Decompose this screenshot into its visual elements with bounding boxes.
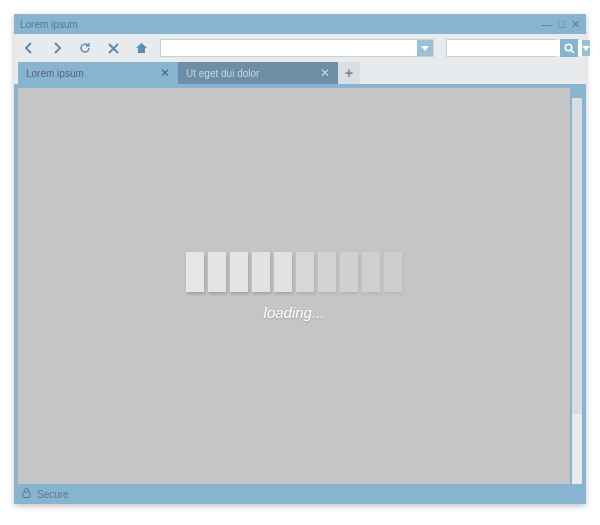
window-controls: — □ ✕ [541, 18, 580, 31]
toolbar [14, 34, 586, 62]
tab-label: Lorem ipsum [26, 68, 84, 79]
search-button[interactable] [560, 39, 578, 57]
close-window-icon[interactable]: ✕ [571, 18, 580, 31]
address-bar [160, 39, 434, 57]
page-viewport: loading... [18, 88, 570, 484]
loader-bar [186, 252, 204, 292]
search-dropdown-icon[interactable] [582, 40, 590, 56]
loader-bar [384, 252, 402, 292]
loading-indicator [186, 252, 402, 292]
scrollbar-thumb[interactable] [572, 414, 582, 484]
status-bar: Secure [14, 484, 586, 504]
loading-text: loading... [264, 304, 325, 321]
scrollbar-up-icon[interactable] [572, 88, 582, 98]
nav-buttons [22, 41, 148, 55]
forward-icon[interactable] [50, 41, 64, 55]
svg-rect-1 [23, 492, 30, 498]
loader-bar [362, 252, 380, 292]
svg-point-0 [565, 44, 571, 50]
browser-window: Lorem ipsum — □ ✕ [14, 14, 586, 504]
titlebar: Lorem ipsum — □ ✕ [14, 14, 586, 34]
home-icon[interactable] [134, 41, 148, 55]
tab-close-icon[interactable]: ✕ [320, 66, 330, 80]
search-container [446, 39, 578, 57]
loader-bar [318, 252, 336, 292]
tab-close-icon[interactable]: ✕ [160, 66, 170, 80]
tab-strip: Lorem ipsum ✕ Ut eget dui dolor ✕ + [14, 62, 586, 84]
stop-icon[interactable] [106, 41, 120, 55]
address-bar-container [160, 39, 434, 57]
address-dropdown-icon[interactable] [417, 40, 433, 56]
window-title: Lorem ipsum [20, 19, 541, 30]
secure-label: Secure [37, 489, 69, 500]
loader-bar [208, 252, 226, 292]
tab-active[interactable]: Lorem ipsum ✕ [18, 62, 178, 84]
content-frame: loading... [14, 84, 586, 484]
tab-label: Ut eget dui dolor [186, 68, 259, 79]
back-icon[interactable] [22, 41, 36, 55]
maximize-icon[interactable]: □ [558, 18, 565, 30]
loader-bar [296, 252, 314, 292]
minimize-icon[interactable]: — [541, 18, 552, 30]
loader-bar [252, 252, 270, 292]
vertical-scrollbar[interactable] [572, 88, 582, 484]
search-bar [446, 39, 556, 57]
reload-icon[interactable] [78, 41, 92, 55]
lock-icon [22, 488, 31, 500]
tab-inactive[interactable]: Ut eget dui dolor ✕ [178, 62, 338, 84]
loader-bar [230, 252, 248, 292]
loader-bar [274, 252, 292, 292]
new-tab-button[interactable]: + [338, 62, 360, 84]
address-input[interactable] [161, 40, 417, 56]
loader-bar [340, 252, 358, 292]
